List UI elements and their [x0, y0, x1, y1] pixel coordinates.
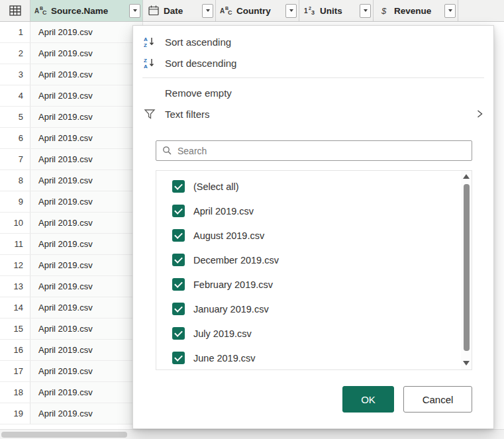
column-header-date[interactable]: Date — [143, 0, 216, 21]
select-all-table-button[interactable] — [0, 0, 30, 21]
svg-text:1: 1 — [304, 7, 308, 15]
checkbox-checked[interactable] — [172, 180, 185, 193]
search-input[interactable] — [156, 140, 472, 161]
checkbox-checked[interactable] — [172, 327, 185, 340]
checkbox-checked[interactable] — [172, 205, 185, 217]
filter-dropdown-button-units[interactable] — [360, 4, 371, 18]
source-name-cell[interactable]: April 2019.csv — [30, 255, 143, 275]
table-header: A B C Source.Name Date A B — [0, 0, 504, 22]
filter-value-label: June 2019.csv — [193, 353, 256, 364]
horizontal-scrollbar[interactable] — [0, 429, 504, 439]
source-name-cell[interactable]: April 2019.csv — [30, 276, 143, 297]
filter-dropdown-button-country[interactable] — [285, 4, 297, 18]
scroll-down-arrow-icon[interactable] — [463, 361, 470, 366]
row-number: 12 — [0, 255, 30, 275]
source-name-cell[interactable]: April 2019.csv — [30, 403, 143, 424]
source-name-cell[interactable]: April 2019.csv — [30, 213, 143, 233]
filter-value-item[interactable]: (Select all) — [156, 174, 461, 199]
source-name-cell[interactable]: April 2019.csv — [30, 318, 143, 339]
source-name-cell[interactable]: April 2019.csv — [30, 361, 143, 381]
row-number: 19 — [0, 403, 30, 424]
filter-value-item[interactable]: April 2019.csv — [156, 199, 461, 223]
menu-item-remove-empty[interactable]: Remove empty — [133, 82, 493, 103]
filter-value-item[interactable]: July 2019.csv — [156, 321, 461, 346]
filter-value-item[interactable]: December 2019.csv — [156, 248, 461, 272]
filter-dropdown-button-revenue[interactable] — [444, 4, 456, 18]
sort-ascending-icon: A Z — [142, 35, 157, 48]
svg-text:A: A — [34, 7, 39, 15]
column-header-units[interactable]: 1 2 3 Units — [299, 0, 374, 21]
row-number: 7 — [0, 149, 30, 170]
filter-value-item[interactable]: February 2019.csv — [156, 272, 461, 297]
svg-text:A: A — [144, 64, 148, 70]
column-header-revenue[interactable]: $ Revenue — [374, 0, 458, 21]
row-number: 11 — [0, 234, 30, 254]
sort-descending-icon: Z A — [142, 56, 157, 70]
column-filter-dropdown: A Z Sort ascending Z A Sort descending — [132, 25, 494, 429]
vertical-scrollbar[interactable] — [461, 171, 472, 369]
ok-button[interactable]: OK — [342, 386, 394, 413]
filter-dropdown-button-date[interactable] — [202, 4, 213, 18]
source-name-cell[interactable]: April 2019.csv — [30, 64, 143, 85]
row-number: 3 — [0, 64, 30, 85]
source-name-cell[interactable]: April 2019.csv — [30, 43, 143, 64]
menu-item-sort-descending[interactable]: Z A Sort descending — [133, 52, 493, 73]
scroll-up-arrow-icon[interactable] — [463, 174, 470, 179]
filter-value-item[interactable]: January 2019.csv — [156, 297, 461, 321]
source-name-cell[interactable]: April 2019.csv — [30, 297, 143, 318]
filter-dropdown-button-source-name[interactable] — [129, 4, 140, 18]
vertical-scrollbar-thumb[interactable] — [464, 184, 470, 351]
source-name-cell[interactable]: April 2019.csv — [30, 382, 143, 403]
source-name-cell[interactable]: April 2019.csv — [30, 107, 143, 127]
filter-values-list: (Select all) April 2019.csv August 2019.… — [156, 171, 461, 369]
cancel-button[interactable]: Cancel — [403, 386, 472, 413]
table-row: 3 April 2019.csv — [0, 64, 143, 85]
row-number: 1 — [0, 22, 30, 42]
search-icon — [162, 145, 172, 158]
checkbox-checked[interactable] — [172, 229, 185, 242]
row-number: 16 — [0, 340, 30, 360]
filter-value-item[interactable]: June 2019.csv — [156, 346, 461, 369]
table-grid-icon — [9, 4, 22, 17]
source-name-cell[interactable]: April 2019.csv — [30, 340, 143, 360]
checkbox-checked[interactable] — [172, 278, 185, 291]
menu-item-label: Sort ascending — [165, 36, 484, 48]
power-query-editor: A B C Source.Name Date A B — [0, 0, 504, 439]
horizontal-scrollbar-thumb[interactable] — [1, 432, 127, 438]
table-row: 15 April 2019.csv — [0, 318, 143, 340]
filter-menu: A Z Sort ascending Z A Sort descending — [133, 26, 493, 124]
column-header-country[interactable]: A B C Country — [216, 0, 299, 21]
row-number: 8 — [0, 170, 30, 191]
menu-item-text-filters[interactable]: Text filters — [133, 103, 493, 124]
table-row: 5 April 2019.csv — [0, 107, 143, 128]
menu-item-sort-ascending[interactable]: A Z Sort ascending — [133, 31, 493, 52]
date-type-icon — [147, 4, 160, 17]
table-row: 8 April 2019.csv — [0, 170, 143, 191]
table-row: 19 April 2019.csv — [0, 403, 143, 424]
source-name-cell[interactable]: April 2019.csv — [30, 170, 143, 191]
source-name-cell[interactable]: April 2019.csv — [30, 22, 143, 42]
source-name-cell[interactable]: April 2019.csv — [30, 149, 143, 170]
table-row: 10 April 2019.csv — [0, 213, 143, 234]
source-name-cell[interactable]: April 2019.csv — [30, 234, 143, 254]
filter-value-item[interactable]: August 2019.csv — [156, 223, 461, 248]
source-name-cell[interactable]: April 2019.csv — [30, 128, 143, 148]
checkbox-checked[interactable] — [172, 303, 185, 315]
menu-item-label: Remove empty — [165, 87, 484, 99]
table-row: 17 April 2019.csv — [0, 361, 143, 382]
filter-value-label: (Select all) — [193, 181, 239, 192]
checkbox-checked[interactable] — [172, 352, 185, 364]
svg-text:Z: Z — [144, 42, 147, 48]
row-number: 18 — [0, 382, 30, 403]
row-number: 13 — [0, 276, 30, 297]
column-header-source-name[interactable]: A B C Source.Name — [30, 0, 143, 21]
table-row: 13 April 2019.csv — [0, 276, 143, 297]
checkbox-checked[interactable] — [172, 254, 185, 266]
source-name-cell[interactable]: April 2019.csv — [30, 191, 143, 212]
svg-text:C: C — [42, 9, 47, 16]
row-number: 2 — [0, 43, 30, 64]
column-label: Country — [236, 6, 282, 16]
source-name-cell[interactable]: April 2019.csv — [30, 85, 143, 106]
column-label: Units — [320, 6, 356, 16]
table-row: 16 April 2019.csv — [0, 340, 143, 361]
